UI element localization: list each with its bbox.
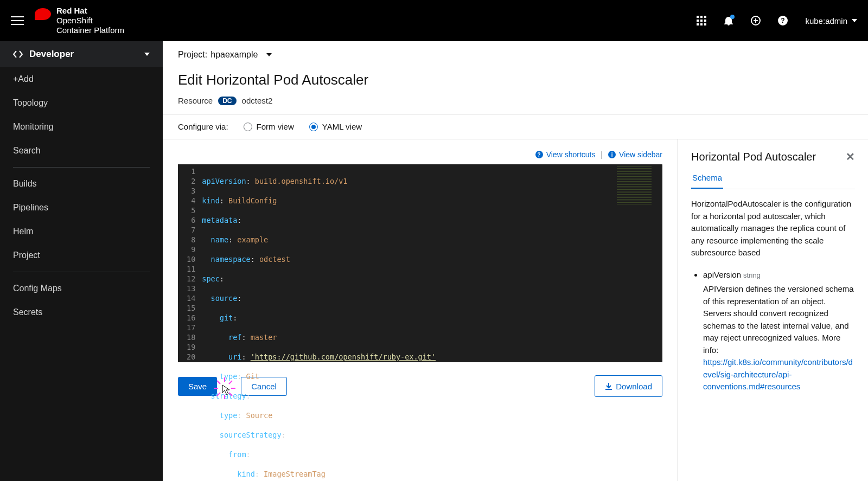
svg-rect-1 xyxy=(11,20,24,21)
info-icon: ? xyxy=(535,151,543,158)
import-plus-icon[interactable] xyxy=(751,16,761,25)
radio-yaml-label: YAML view xyxy=(322,122,362,131)
nav-configmaps[interactable]: Config Maps xyxy=(0,277,163,300)
redhat-fedora-icon xyxy=(35,8,51,20)
nav-monitoring[interactable]: Monitoring xyxy=(0,115,163,139)
user-menu[interactable]: kube:admin xyxy=(805,16,857,25)
svg-rect-3 xyxy=(697,16,699,18)
brand-logo: Red Hat OpenShift Container Platform xyxy=(35,6,124,35)
page-title: Edit Horizontal Pod Autoscaler xyxy=(178,72,853,88)
project-label: Project: xyxy=(178,50,207,60)
brand-line1: Red Hat xyxy=(56,6,124,16)
view-sidebar-link[interactable]: iView sidebar xyxy=(608,150,662,159)
svg-rect-0 xyxy=(11,16,24,17)
nav-helm[interactable]: Helm xyxy=(0,220,163,243)
nav-project[interactable]: Project xyxy=(0,243,163,267)
schema-more-info-link[interactable]: https://git.k8s.io/community/contributor… xyxy=(703,357,853,391)
svg-rect-4 xyxy=(700,16,703,18)
nav-divider xyxy=(13,272,150,272)
code-icon xyxy=(13,49,23,59)
radio-form-view[interactable]: Form view xyxy=(244,122,294,131)
caret-down-icon xyxy=(144,53,150,56)
nav-topology[interactable]: Topology xyxy=(0,91,163,115)
yaml-editor[interactable]: 1234567891011121314151617181920 apiVersi… xyxy=(178,164,662,362)
svg-text:?: ? xyxy=(781,17,785,24)
radio-icon xyxy=(244,123,252,131)
nav-builds[interactable]: Builds xyxy=(0,172,163,196)
download-icon xyxy=(605,383,612,390)
radio-form-label: Form view xyxy=(257,122,294,131)
nav-search[interactable]: Search xyxy=(0,139,163,163)
editor-minimap[interactable] xyxy=(614,164,662,362)
project-selector[interactable]: Project: hpaexample xyxy=(163,41,868,68)
code-content: apiVersion: build.openshift.io/v1 kind: … xyxy=(202,164,436,362)
schema-intro: HorizontalPodAutoscaler is the configura… xyxy=(691,198,855,259)
download-button[interactable]: Download xyxy=(595,375,662,397)
configure-via-label: Configure via: xyxy=(178,122,228,131)
resource-name: odctest2 xyxy=(242,96,273,105)
tab-schema[interactable]: Schema xyxy=(691,173,723,189)
svg-rect-5 xyxy=(704,16,706,18)
svg-rect-9 xyxy=(697,23,699,25)
brand-line3: Container Platform xyxy=(56,25,124,35)
nav-secrets[interactable]: Secrets xyxy=(0,300,163,324)
nav-divider xyxy=(13,167,150,168)
project-value: hpaexample xyxy=(210,50,258,60)
caret-down-icon xyxy=(852,19,857,22)
info-icon: i xyxy=(608,151,616,158)
svg-rect-8 xyxy=(704,20,706,22)
help-icon[interactable]: ? xyxy=(778,16,788,25)
view-shortcuts-link[interactable]: ?View shortcuts xyxy=(535,150,596,159)
apps-grid-icon[interactable] xyxy=(697,16,706,25)
perspective-switcher[interactable]: Developer xyxy=(0,41,163,67)
perspective-label: Developer xyxy=(29,49,74,60)
brand-line2: OpenShift xyxy=(56,16,124,25)
svg-rect-14 xyxy=(754,20,758,21)
caret-down-icon xyxy=(266,53,272,56)
resource-label: Resource xyxy=(178,96,213,105)
resource-badge: DC xyxy=(218,97,236,105)
radio-yaml-view[interactable]: YAML view xyxy=(309,122,362,131)
line-gutter: 1234567891011121314151617181920 xyxy=(178,164,202,362)
radio-icon xyxy=(309,123,318,131)
notifications-bell-icon[interactable] xyxy=(724,16,733,25)
user-name: kube:admin xyxy=(805,16,847,25)
nav-pipelines[interactable]: Pipelines xyxy=(0,196,163,220)
svg-rect-10 xyxy=(700,23,703,25)
svg-rect-11 xyxy=(704,23,706,25)
sidebar-panel-title: Horizontal Pod Autoscaler xyxy=(691,151,816,163)
svg-rect-2 xyxy=(11,24,24,25)
svg-rect-7 xyxy=(700,20,703,22)
schema-field-apiversion: apiVersionstring APIVersion defines the … xyxy=(703,269,855,393)
close-icon[interactable]: ✕ xyxy=(846,150,855,163)
hamburger-menu-icon[interactable] xyxy=(11,14,24,27)
nav-add[interactable]: +Add xyxy=(0,67,163,91)
svg-rect-6 xyxy=(697,20,699,22)
